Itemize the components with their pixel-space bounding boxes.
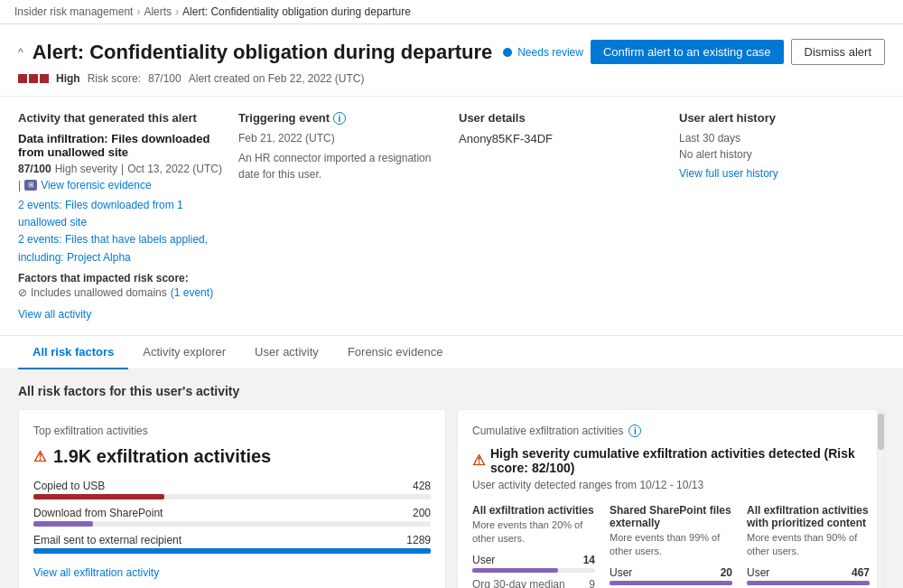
metric-user-row-3: User 467: [747, 566, 870, 579]
metric-user-fill-2: [610, 581, 732, 585]
metric-user-bar-2: [610, 581, 732, 585]
metric-org-label-1: Org 30-day median: [472, 578, 565, 588]
breadcrumb-sep-1: ›: [136, 5, 140, 18]
user-details-column: User details Anony85KF-34DF: [459, 111, 665, 321]
triggering-info-icon[interactable]: i: [333, 112, 346, 125]
needs-review-label: Needs review: [517, 46, 583, 59]
view-full-history-link[interactable]: View full user history: [679, 167, 778, 180]
bar-item-usb: Copied to USB 428: [33, 480, 431, 499]
top-exfil-card: Top exfiltration activities ⚠ 1.9K exfil…: [18, 409, 446, 588]
triggering-column: Triggering event i Feb 21, 2022 (UTC) An…: [238, 111, 444, 321]
domain-event-link[interactable]: (1 event): [171, 286, 213, 299]
history-period: Last 30 days: [679, 132, 885, 145]
breadcrumb-current: Alert: Confidentiality obligation during…: [182, 5, 411, 18]
bar-label-sharepoint: Download from SharePoint: [33, 507, 163, 519]
metric-col-3: All exfiltration activities with priorit…: [747, 504, 870, 588]
metric-title-3: All exfiltration activities with priorit…: [747, 504, 870, 529]
tab-forensic-evidence[interactable]: Forensic evidence: [333, 336, 458, 369]
activity-column: Activity that generated this alert Data …: [18, 111, 224, 321]
metric-user-val-2: 20: [721, 566, 732, 579]
metric-desc-1: More events than 20% of other users.: [472, 518, 595, 546]
factors-label: Factors that impacted risk score:: [18, 272, 224, 285]
cumul-exfil-card: Cumulative exfiltration activities i ⚠ H…: [457, 409, 885, 588]
user-details-title: User details: [459, 111, 665, 125]
severity-label: High severity: [55, 163, 117, 175]
metric-user-bar-3: [747, 581, 870, 585]
scroll-thumb[interactable]: [878, 414, 884, 450]
no-history-label: No alert history: [679, 148, 885, 161]
warning-icon: ⚠: [33, 448, 46, 465]
severity-sep: |: [121, 163, 124, 175]
metric-user-label-3: User: [747, 566, 769, 579]
cumul-info-icon[interactable]: i: [628, 425, 641, 437]
metric-user-row-2: User 20: [610, 566, 732, 579]
exfil-count: ⚠ 1.9K exfiltration activities: [33, 446, 431, 467]
metric-user-label-2: User: [610, 566, 632, 579]
scrollbar[interactable]: [877, 410, 884, 588]
bar-fill-email: [33, 548, 431, 554]
top-exfil-card-title: Top exfiltration activities: [33, 425, 431, 437]
risk-level: High: [56, 72, 80, 85]
cumul-card-header: Cumulative exfiltration activities i: [472, 425, 870, 437]
metric-user-label-1: User: [472, 554, 495, 566]
tab-user-activity[interactable]: User activity: [240, 336, 333, 369]
risk-sq-1: [18, 74, 27, 83]
bar-track-usb: [33, 494, 431, 499]
bar-track-email: [33, 548, 431, 554]
bar-track-sharepoint: [33, 521, 431, 527]
breadcrumb-sep-2: ›: [175, 5, 179, 18]
bar-fill-sharepoint: [33, 521, 93, 527]
risk-factors-title: All risk factors for this user's activit…: [18, 384, 885, 398]
severity-date: Oct 13, 2022 (UTC): [127, 163, 222, 175]
metric-user-val-1: 14: [583, 554, 595, 566]
view-all-exfil-link[interactable]: View all exfiltration activity: [33, 566, 159, 579]
alert-created: Alert created on Feb 22, 2022 (UTC): [189, 72, 365, 85]
metric-user-row-1: User 14: [472, 554, 595, 566]
cumul-card-title-label: Cumulative exfiltration activities: [472, 425, 623, 437]
header-actions: Needs review Confirm alert to an existin…: [503, 39, 885, 65]
activity-section-title: Activity that generated this alert: [18, 111, 224, 125]
bar-val-email: 1289: [406, 534, 431, 546]
tabs-bar: All risk factors Activity explorer User …: [0, 336, 903, 369]
bar-item-sharepoint: Download from SharePoint 200: [33, 507, 431, 527]
bar-item-email: Email sent to external recipient 1289: [33, 534, 431, 554]
metric-user-bar-1: [472, 568, 595, 573]
trigger-date: Feb 21, 2022 (UTC): [238, 132, 444, 145]
event1-link[interactable]: 2 events: Files downloaded from 1 unallo…: [18, 197, 224, 231]
risk-score-value: 87/100: [148, 72, 182, 85]
info-grid: Activity that generated this alert Data …: [0, 97, 903, 336]
forensic-icon: ⊞: [24, 180, 37, 191]
metric-org-row-1: Org 30-day median 9: [472, 578, 595, 588]
sep2: |: [18, 179, 21, 191]
user-id: Anony85KF-34DF: [459, 132, 665, 145]
view-all-activity-link[interactable]: View all activity: [18, 308, 91, 321]
needs-review-badge: Needs review: [503, 46, 583, 59]
tab-all-risk-factors[interactable]: All risk factors: [18, 336, 128, 369]
metric-title-1: All exfiltration activities: [472, 504, 595, 517]
domain-note: ⊘ Includes unallowed domains (1 event): [18, 286, 224, 299]
bar-val-usb: 428: [413, 480, 431, 492]
bar-label-usb: Copied to USB: [33, 480, 105, 492]
metric-user-val-3: 467: [852, 566, 870, 579]
confirm-alert-button[interactable]: Confirm alert to an existing case: [591, 40, 784, 64]
metrics-grid: All exfiltration activities More events …: [472, 504, 870, 588]
metric-col-2: Shared SharePoint files externally More …: [610, 504, 732, 588]
metric-desc-2: More events than 99% of other users.: [610, 531, 732, 559]
breadcrumb-item-1[interactable]: Insider risk management: [14, 5, 133, 18]
forensic-link[interactable]: View forensic evidence: [41, 179, 152, 191]
event2-link[interactable]: 2 events: Files that have labels applied…: [18, 231, 224, 266]
tab-activity-explorer[interactable]: Activity explorer: [128, 336, 240, 369]
exfil-bar-list: Copied to USB 428 Download from SharePoi…: [33, 480, 431, 554]
risk-sq-2: [29, 74, 38, 83]
breadcrumb-item-2[interactable]: Alerts: [144, 5, 172, 18]
metric-col-1: All exfiltration activities More events …: [472, 504, 595, 588]
risk-score-label: Risk score:: [88, 72, 141, 85]
collapse-icon[interactable]: ^: [18, 46, 23, 59]
metric-title-2: Shared SharePoint files externally: [610, 504, 732, 529]
bar-fill-usb: [33, 494, 164, 499]
triggering-title: Triggering event i: [238, 111, 444, 125]
risk-factors-section: All risk factors for this user's activit…: [0, 369, 903, 588]
bar-val-sharepoint: 200: [413, 507, 431, 519]
dismiss-alert-button[interactable]: Dismiss alert: [791, 39, 885, 65]
page-title: Alert: Confidentiality obligation during…: [33, 41, 493, 64]
